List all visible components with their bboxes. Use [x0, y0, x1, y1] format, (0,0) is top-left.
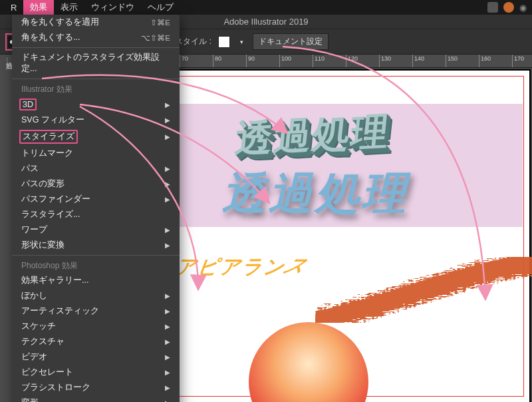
- menu-pathfinder[interactable]: パスファインダー▶: [12, 192, 180, 207]
- ruler-tick: 170: [512, 55, 532, 67]
- ruler-tick: 90: [246, 55, 279, 67]
- menu-separator: [12, 255, 180, 256]
- ruler-tick: 100: [279, 55, 313, 67]
- ruler-tick: 120: [346, 55, 379, 67]
- artboard[interactable]: 透過処理 透過処理 アピアランス: [162, 71, 529, 402]
- menu-section-illustrator: Illustrator 効果: [12, 81, 180, 97]
- menu-video[interactable]: ビデオ▶: [12, 349, 180, 365]
- submenu-arrow-icon: ▶: [165, 338, 170, 345]
- menu-separator: [12, 79, 180, 79]
- menu-apply-last[interactable]: 角を丸くするを適用 ⇧⌘E: [12, 15, 180, 30]
- menu-rasterize[interactable]: ラスタライズ...: [12, 207, 180, 222]
- submenu-arrow-icon: ▶: [165, 226, 170, 234]
- brush-stroke-sample[interactable]: [315, 257, 532, 330]
- menu-window[interactable]: ウィンドウ: [84, 0, 141, 15]
- style-swatch[interactable]: [218, 36, 230, 48]
- submenu-arrow-icon: ▶: [165, 292, 170, 300]
- menu-sketch[interactable]: スケッチ▶: [12, 319, 180, 334]
- text-appearance-sample[interactable]: アピアランス: [174, 254, 309, 281]
- ruler-tick: 160: [479, 55, 512, 67]
- submenu-arrow-icon: ▶: [165, 399, 170, 402]
- submenu-arrow-icon: ▶: [165, 369, 170, 376]
- ruler-tick: 150: [446, 55, 479, 67]
- doc-tab-truncated[interactable]: 過効…: [0, 55, 13, 402]
- text-3d-sample[interactable]: 透過処理: [233, 106, 392, 166]
- menu-artistic[interactable]: アーティスティック▶: [12, 303, 180, 319]
- submenu-arrow-icon: ▶: [165, 101, 170, 108]
- menu-trim-marks[interactable]: トリムマーク: [12, 146, 180, 161]
- submenu-arrow-icon: ▶: [165, 180, 170, 188]
- document-settings-button[interactable]: ドキュメント設定: [253, 33, 329, 50]
- ruler-tick: 70: [180, 55, 213, 67]
- menu-blur[interactable]: ぼかし▶: [12, 288, 180, 303]
- menu-help[interactable]: ヘルプ: [141, 0, 180, 15]
- menu-last-effect[interactable]: 角を丸くする... ⌥⇧⌘E: [12, 30, 180, 45]
- status-icon-1: [487, 2, 498, 13]
- submenu-arrow-icon: ▶: [165, 307, 170, 315]
- submenu-arrow-icon: ▶: [165, 384, 170, 391]
- menu-view[interactable]: 表示: [54, 0, 84, 15]
- menu-section-photoshop: Photoshop 効果: [12, 258, 180, 273]
- menu-separator: [12, 47, 180, 48]
- menu-effect-gallery[interactable]: 効果ギャラリー...: [12, 273, 180, 288]
- cc-icon[interactable]: [503, 2, 514, 13]
- submenu-arrow-icon: ▶: [165, 242, 170, 249]
- menu-convert-shape[interactable]: 形状に変換▶: [12, 238, 180, 253]
- style-arrow[interactable]: ▾: [237, 36, 246, 48]
- menu-distort[interactable]: パスの変形▶: [12, 176, 180, 192]
- effect-menu: 角を丸くするを適用 ⇧⌘E 角を丸くする... ⌥⇧⌘E ドキュメントのラスタラ…: [12, 15, 180, 402]
- menu-stylize[interactable]: スタイライズ▶: [12, 128, 180, 146]
- menu-pixelate[interactable]: ピクセレート▶: [12, 365, 180, 380]
- menu-effect[interactable]: 効果: [23, 0, 54, 15]
- text-shadow-sample[interactable]: 透過処理: [222, 164, 408, 224]
- ruler-tick: 80: [213, 55, 246, 67]
- ruler-tick: 130: [379, 55, 412, 67]
- ruler-tick: 140: [412, 55, 446, 67]
- menubar: R 効果 表示 ウィンドウ ヘルプ ◉: [0, 0, 532, 15]
- submenu-arrow-icon: ▶: [165, 353, 170, 361]
- menu-raster-settings[interactable]: ドキュメントのラスタライズ効果設定...: [12, 50, 180, 77]
- menu-distort-ps[interactable]: 変形▶: [12, 395, 180, 402]
- submenu-arrow-icon: ▶: [165, 196, 170, 203]
- menu-brush-strokes[interactable]: ブラシストローク▶: [12, 380, 180, 395]
- submenu-arrow-icon: ▶: [165, 116, 170, 124]
- submenu-arrow-icon: ▶: [165, 165, 170, 172]
- submenu-arrow-icon: ▶: [165, 133, 170, 140]
- menu-3d[interactable]: 3D▶: [12, 97, 180, 112]
- ruler-tick: 110: [313, 55, 346, 67]
- menu-warp[interactable]: ワープ▶: [12, 222, 180, 238]
- menu-svg-filter[interactable]: SVG フィルター▶: [12, 112, 180, 128]
- menu-path[interactable]: パス▶: [12, 161, 180, 176]
- menu-texture[interactable]: テクスチャ▶: [12, 334, 180, 349]
- app-title: Adobe Illustrator 2019: [223, 17, 308, 27]
- siri-icon[interactable]: ◉: [519, 3, 525, 13]
- submenu-arrow-icon: ▶: [165, 323, 170, 330]
- menu-truncated[interactable]: R: [4, 0, 23, 15]
- style-label: スタイル :: [175, 36, 211, 47]
